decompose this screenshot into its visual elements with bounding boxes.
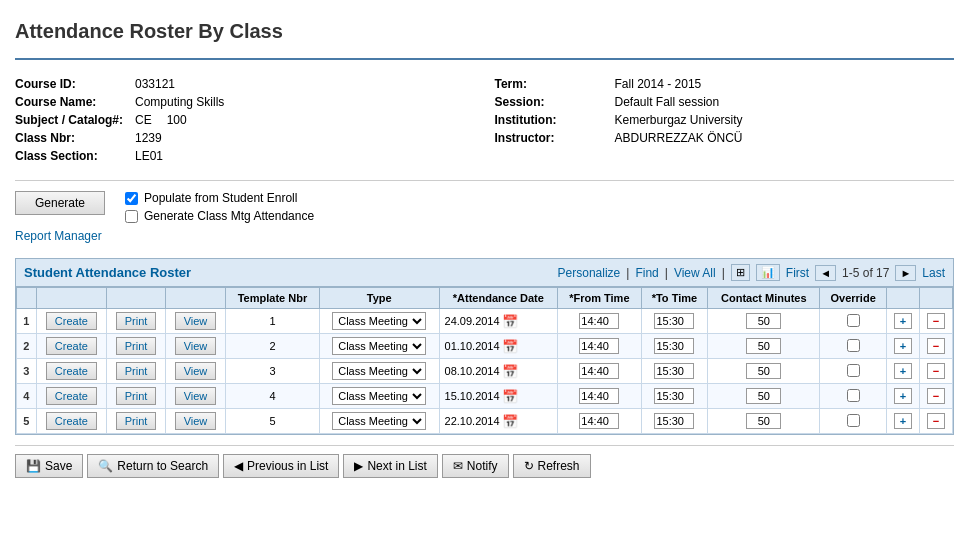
override-cell[interactable] (820, 334, 886, 359)
type-select[interactable]: Class Meeting (332, 362, 426, 380)
view-cell[interactable]: View (165, 309, 225, 334)
create-button[interactable]: Create (46, 362, 97, 380)
grid-icon-btn[interactable]: ⊞ (731, 264, 750, 281)
override-checkbox[interactable] (847, 314, 860, 327)
type-select[interactable]: Class Meeting (332, 312, 426, 330)
create-button[interactable]: Create (46, 412, 97, 430)
to-time-cell[interactable] (641, 359, 708, 384)
from-time-cell[interactable] (558, 384, 642, 409)
calendar-icon[interactable]: 📅 (502, 389, 518, 404)
prev-page-btn[interactable]: ◄ (815, 265, 836, 281)
minutes-input[interactable] (746, 388, 781, 404)
to-time-input[interactable] (654, 413, 694, 429)
populate-checkbox[interactable] (125, 192, 138, 205)
add-cell[interactable]: + (886, 384, 919, 409)
view-button[interactable]: View (175, 337, 217, 355)
add-cell[interactable]: + (886, 309, 919, 334)
personalize-link[interactable]: Personalize (558, 266, 621, 280)
chart-icon-btn[interactable]: 📊 (756, 264, 780, 281)
remove-row-button[interactable]: − (927, 338, 945, 354)
override-checkbox[interactable] (847, 389, 860, 402)
remove-cell[interactable]: − (919, 409, 952, 434)
create-button[interactable]: Create (46, 312, 97, 330)
remove-cell[interactable]: − (919, 359, 952, 384)
remove-row-button[interactable]: − (927, 388, 945, 404)
from-time-input[interactable] (579, 363, 619, 379)
minutes-cell[interactable] (708, 409, 820, 434)
override-cell[interactable] (820, 384, 886, 409)
from-time-input[interactable] (579, 338, 619, 354)
from-time-input[interactable] (579, 388, 619, 404)
create-cell[interactable]: Create (36, 409, 107, 434)
remove-cell[interactable]: − (919, 334, 952, 359)
generate-button[interactable]: Generate (15, 191, 105, 215)
find-link[interactable]: Find (635, 266, 658, 280)
to-time-input[interactable] (654, 338, 694, 354)
type-cell[interactable]: Class Meeting (319, 334, 439, 359)
type-cell[interactable]: Class Meeting (319, 409, 439, 434)
add-cell[interactable]: + (886, 359, 919, 384)
refresh-button[interactable]: ↻ Refresh (513, 454, 591, 478)
to-time-cell[interactable] (641, 384, 708, 409)
view-cell[interactable]: View (165, 409, 225, 434)
minutes-input[interactable] (746, 313, 781, 329)
view-button[interactable]: View (175, 387, 217, 405)
remove-row-button[interactable]: − (927, 313, 945, 329)
print-cell[interactable]: Print (107, 334, 166, 359)
to-time-input[interactable] (654, 388, 694, 404)
notify-button[interactable]: ✉ Notify (442, 454, 509, 478)
add-cell[interactable]: + (886, 409, 919, 434)
minutes-input[interactable] (746, 338, 781, 354)
previous-in-list-button[interactable]: ◀ Previous in List (223, 454, 339, 478)
create-cell[interactable]: Create (36, 359, 107, 384)
add-row-button[interactable]: + (894, 388, 912, 404)
view-cell[interactable]: View (165, 384, 225, 409)
type-cell[interactable]: Class Meeting (319, 309, 439, 334)
print-button[interactable]: Print (116, 412, 157, 430)
override-checkbox[interactable] (847, 414, 860, 427)
from-time-cell[interactable] (558, 409, 642, 434)
remove-cell[interactable]: − (919, 384, 952, 409)
from-time-cell[interactable] (558, 334, 642, 359)
from-time-cell[interactable] (558, 359, 642, 384)
minutes-input[interactable] (746, 413, 781, 429)
from-time-input[interactable] (579, 313, 619, 329)
view-button[interactable]: View (175, 312, 217, 330)
minutes-cell[interactable] (708, 359, 820, 384)
view-all-link[interactable]: View All (674, 266, 716, 280)
print-button[interactable]: Print (116, 362, 157, 380)
print-button[interactable]: Print (116, 312, 157, 330)
to-time-input[interactable] (654, 313, 694, 329)
view-button[interactable]: View (175, 362, 217, 380)
type-select[interactable]: Class Meeting (332, 387, 426, 405)
to-time-input[interactable] (654, 363, 694, 379)
view-cell[interactable]: View (165, 334, 225, 359)
print-cell[interactable]: Print (107, 309, 166, 334)
add-cell[interactable]: + (886, 334, 919, 359)
create-cell[interactable]: Create (36, 334, 107, 359)
print-button[interactable]: Print (116, 387, 157, 405)
calendar-icon[interactable]: 📅 (502, 314, 518, 329)
minutes-cell[interactable] (708, 384, 820, 409)
calendar-icon[interactable]: 📅 (502, 339, 518, 354)
next-in-list-button[interactable]: ▶ Next in List (343, 454, 437, 478)
override-cell[interactable] (820, 359, 886, 384)
override-checkbox[interactable] (847, 364, 860, 377)
view-cell[interactable]: View (165, 359, 225, 384)
remove-row-button[interactable]: − (927, 413, 945, 429)
calendar-icon[interactable]: 📅 (502, 414, 518, 429)
report-manager-link[interactable]: Report Manager (15, 229, 954, 243)
from-time-input[interactable] (579, 413, 619, 429)
next-page-btn[interactable]: ► (895, 265, 916, 281)
to-time-cell[interactable] (641, 309, 708, 334)
remove-row-button[interactable]: − (927, 363, 945, 379)
view-button[interactable]: View (175, 412, 217, 430)
to-time-cell[interactable] (641, 334, 708, 359)
generate-mtg-checkbox[interactable] (125, 210, 138, 223)
print-button[interactable]: Print (116, 337, 157, 355)
print-cell[interactable]: Print (107, 384, 166, 409)
create-cell[interactable]: Create (36, 384, 107, 409)
return-to-search-button[interactable]: 🔍 Return to Search (87, 454, 219, 478)
create-button[interactable]: Create (46, 387, 97, 405)
override-cell[interactable] (820, 309, 886, 334)
